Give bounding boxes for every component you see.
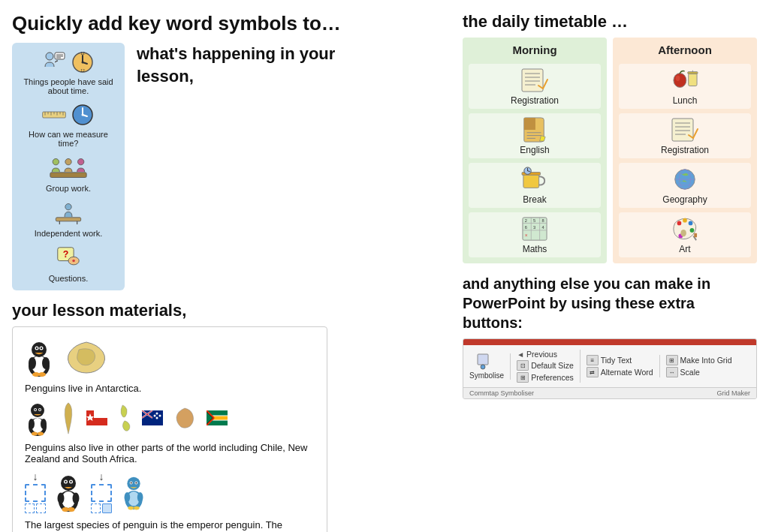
blue-penguin-icon [121,474,146,510]
sidebar-item-independent-work: Independent work. [18,200,119,238]
svg-point-88 [62,507,69,512]
svg-rect-128 [689,74,697,86]
clock-icon: 12 12 [71,50,95,74]
svg-point-66 [156,413,158,415]
doc-row-1 [25,338,315,377]
svg-point-40 [36,347,38,349]
chile-map-icon [61,401,76,435]
toolbar-content: Symbolise ◄ Previous ⊡ Default Size ⊞ [463,345,756,387]
svg-point-126 [674,74,686,88]
alternate-word-label: Alternate Word [601,368,653,377]
svg-rect-149 [478,354,488,365]
left-top-section: 12 12 Things people have said about time… [12,43,448,290]
slot-maths: 2 6 × 5 3 8 4 Maths [469,212,601,257]
doc-bottom-row: ↓ [25,470,315,513]
svg-point-41 [41,347,42,349]
svg-point-23 [53,159,59,165]
make-into-grid-label: Make Into Grid [680,356,732,365]
group-icon [50,155,87,181]
toolbar-footer-right: Grid Maker [716,389,750,397]
slot-art-label: Art [679,244,690,254]
svg-text:12: 12 [80,68,85,73]
penguin-3-icon [55,473,82,512]
svg-text:5: 5 [533,218,535,223]
default-size-icon: ⊡ [517,360,529,371]
anything-else-text: and anything else you can make in PowerP… [463,274,757,332]
previous-button[interactable]: ◄ Previous [517,350,574,359]
scale-button[interactable]: ↔ Scale [666,367,732,377]
sidebar-item-independent-label: Independent work. [35,229,103,238]
sidebar-panel: 12 12 Things people have said about time… [12,43,125,290]
preferences-button[interactable]: ⊞ Preferences [517,372,574,383]
lesson-materials-text: your lesson materials, [12,301,448,320]
slot-registration-pm: Registration [619,113,751,158]
svg-point-43 [42,357,50,369]
svg-rect-129 [688,72,698,74]
clock-blue-icon [71,103,95,127]
svg-point-95 [131,482,132,483]
slot-registration-am: Registration [469,64,601,109]
svg-point-141 [677,221,682,226]
scale-icon: ↔ [666,367,678,377]
svg-point-69 [154,415,156,417]
svg-point-27 [65,204,71,210]
afternoon-header: Afternoon [619,44,751,56]
svg-point-86 [58,492,65,503]
person-speaking-icon [42,50,66,74]
tidy-text-icon: ≡ [587,355,599,365]
arrow-down-2: ↓ [99,470,104,482]
document-panel: Penguins live in Antarctica. [12,326,327,532]
break-icon [520,166,550,193]
svg-text:8: 8 [541,218,544,223]
slot-break-label: Break [523,194,546,205]
antarctica-icon [64,338,109,376]
slot-geography: Geography [619,163,751,208]
svg-point-55 [32,432,38,436]
symbolise-button-group[interactable]: Symbolise [469,353,504,380]
sidebar-item-time-said-label: Things people have said about time. [18,77,119,95]
svg-point-52 [39,409,41,410]
sidebar-item-time-said: 12 12 Things people have said about time… [18,50,119,95]
slot-registration-am-label: Registration [511,95,559,106]
toolbar-footer-left: Commtap Symboliser [469,389,534,397]
alternate-word-button[interactable]: ⇄ Alternate Word [587,367,653,377]
sidebar-item-measure-icons [42,103,95,127]
svg-point-99 [128,506,134,509]
svg-point-127 [676,75,680,81]
svg-point-98 [137,492,143,502]
default-size-button[interactable]: ⊡ Default Size [517,360,574,371]
svg-point-37 [32,342,47,357]
sidebar-item-group-work: Group work. [18,155,119,193]
svg-point-96 [135,482,137,483]
svg-point-24 [65,159,71,165]
nz-flag-icon [142,410,163,425]
svg-point-68 [156,417,158,419]
slot-lunch-label: Lunch [673,95,698,106]
svg-point-54 [41,419,47,429]
svg-point-34 [72,260,75,263]
svg-point-0 [46,53,53,60]
symbolise-label: Symbolise [469,371,504,380]
svg-text:?: ? [63,249,69,260]
make-into-grid-button[interactable]: ⊞ Make Into Grid [666,355,732,365]
art-icon [670,215,700,242]
afternoon-column: Afternoon [613,38,757,263]
question-icon: ? [56,245,80,271]
grid-toolbar-section: ⊞ Make Into Grid ↔ Scale [666,355,738,377]
toolbar-panel: Symbolise ◄ Previous ⊡ Default Size ⊞ [463,338,757,399]
doc-paragraph-1: Penguins live in Antarctica. [25,383,315,394]
doc-row-2 [25,400,315,436]
svg-text:3: 3 [533,225,535,230]
registration-icon [520,67,550,94]
sidebar-item-measure-label: How can we measure time? [18,130,119,148]
tidy-text-button[interactable]: ≡ Tidy Text [587,355,653,365]
sidebar-item-questions-label: Questions. [49,274,89,283]
morning-header: Morning [469,44,601,56]
slot-geography-label: Geography [662,194,707,205]
sidebar-item-group-label: Group work. [46,184,91,193]
penguin-2-icon [25,400,50,436]
lunch-icon [670,67,700,94]
dashed-box-2 [91,484,112,502]
doc-paragraph-2: Penguins also live in other parts of the… [25,442,315,464]
timetable-title: the daily timetable … [463,12,757,32]
